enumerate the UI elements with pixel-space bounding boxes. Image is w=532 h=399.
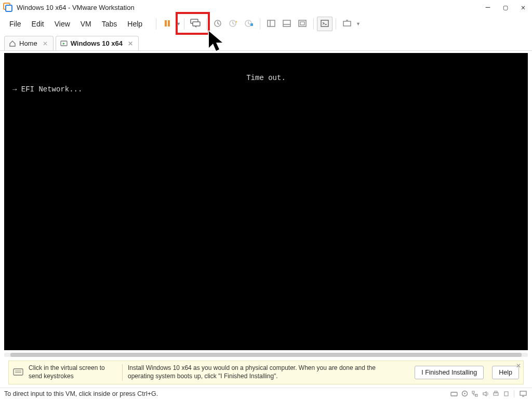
tab-home-label: Home xyxy=(19,39,37,47)
horizontal-scrollbar[interactable] xyxy=(4,351,528,358)
svg-rect-10 xyxy=(268,20,275,26)
svg-rect-12 xyxy=(283,20,290,26)
tab-vm-windows10[interactable]: Windows 10 x64 ✕ xyxy=(56,36,139,50)
tab-home[interactable]: Home ✕ xyxy=(4,36,54,50)
clock-icon xyxy=(214,19,222,29)
keyboard-icon xyxy=(13,368,23,377)
console-line-efi: → EFI Network... xyxy=(12,85,82,94)
layout-side-icon xyxy=(267,20,275,29)
window-title: Windows 10 x64 - VMware Workstation xyxy=(17,4,479,11)
install-info-bar: Click in the virtual screen to send keys… xyxy=(8,361,524,384)
statusbar-hint: To direct input to this VM, click inside… xyxy=(4,390,158,397)
menu-tabs[interactable]: Tabs xyxy=(97,17,123,31)
status-display-icon[interactable] xyxy=(518,390,528,398)
svg-rect-2 xyxy=(165,20,167,26)
svg-rect-14 xyxy=(299,20,306,26)
status-printer-icon[interactable] xyxy=(491,390,500,398)
suspend-vm-button[interactable] xyxy=(159,17,175,31)
infobar-close-button[interactable]: ✕ xyxy=(516,362,521,369)
vmware-app-icon xyxy=(3,3,12,12)
take-snapshot-button[interactable] xyxy=(210,17,225,31)
status-usb-icon[interactable] xyxy=(501,390,511,398)
send-ctrl-alt-del-button[interactable] xyxy=(188,17,203,31)
home-icon xyxy=(9,40,16,47)
window-maximize-button[interactable]: ▢ xyxy=(497,1,514,14)
svg-rect-15 xyxy=(300,22,304,25)
tab-vm-label: Windows 10 x64 xyxy=(71,39,123,47)
menu-view[interactable]: View xyxy=(49,17,75,31)
clock-revert-icon xyxy=(229,19,238,29)
show-library-button[interactable] xyxy=(263,17,279,31)
svg-rect-5 xyxy=(193,22,200,26)
pause-icon xyxy=(163,19,171,29)
snapshot-manager-button[interactable] xyxy=(241,17,257,31)
svg-rect-9 xyxy=(250,23,253,26)
status-cd-icon[interactable] xyxy=(460,390,469,398)
stretch-icon xyxy=(343,20,351,29)
console-line-timeout: Time out. xyxy=(246,74,286,82)
vm-running-icon xyxy=(60,40,68,47)
svg-point-25 xyxy=(464,393,466,394)
svg-rect-26 xyxy=(472,391,474,393)
svg-rect-1 xyxy=(6,5,12,11)
terminal-icon xyxy=(321,20,329,29)
window-minimize-button[interactable]: ─ xyxy=(479,1,497,14)
fullscreen-icon xyxy=(298,20,307,29)
menu-file[interactable]: File xyxy=(4,17,26,31)
vm-console[interactable]: Time out. → EFI Network... xyxy=(4,53,528,350)
show-console-button[interactable] xyxy=(279,17,295,31)
fullscreen-button[interactable] xyxy=(295,17,310,31)
chevron-down-icon[interactable]: ▼ xyxy=(176,21,181,26)
menu-edit[interactable]: Edit xyxy=(26,17,49,31)
menu-vm[interactable]: VM xyxy=(75,17,97,31)
stretch-guest-button[interactable] xyxy=(339,17,355,31)
status-sound-icon[interactable] xyxy=(481,390,490,398)
svg-rect-18 xyxy=(343,21,351,26)
chevron-down-icon[interactable]: ▼ xyxy=(356,21,361,26)
clock-manage-icon xyxy=(244,19,254,29)
menu-help[interactable]: Help xyxy=(122,17,148,31)
revert-snapshot-button[interactable] xyxy=(225,17,241,31)
svg-rect-29 xyxy=(495,391,497,393)
unity-mode-button[interactable] xyxy=(317,17,332,31)
svg-rect-31 xyxy=(520,391,526,395)
infobar-click-tip: Click in the virtual screen to send keys… xyxy=(29,364,117,380)
svg-rect-23 xyxy=(451,392,457,396)
layout-bottom-icon xyxy=(283,20,291,29)
keyboard-send-icon xyxy=(190,19,201,30)
status-disk-icon[interactable] xyxy=(449,390,459,398)
svg-rect-3 xyxy=(168,20,170,26)
svg-rect-20 xyxy=(14,369,23,375)
tab-close-button[interactable]: ✕ xyxy=(43,40,48,47)
finished-installing-button[interactable]: I Finished Installing xyxy=(415,366,484,379)
svg-rect-30 xyxy=(504,392,508,396)
window-close-button[interactable]: ✕ xyxy=(514,1,532,14)
infobar-install-tip: Install Windows 10 x64 as you would on a… xyxy=(128,364,406,380)
infobar-help-button[interactable]: Help xyxy=(492,366,519,379)
svg-rect-28 xyxy=(494,393,498,395)
tab-close-button[interactable]: ✕ xyxy=(128,40,133,47)
status-network-icon[interactable] xyxy=(470,390,480,398)
